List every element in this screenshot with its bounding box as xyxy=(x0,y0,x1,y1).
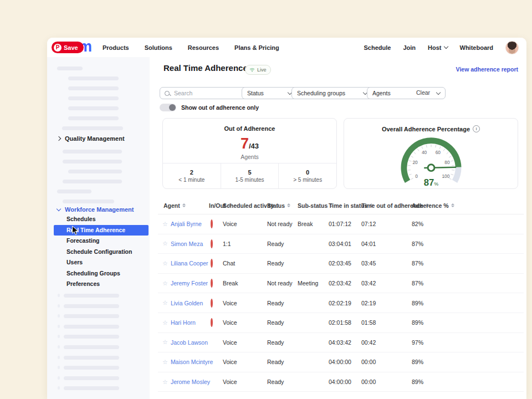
show-out-of-adherence-toggle[interactable] xyxy=(160,104,176,111)
agent-link[interactable]: Jacob Lawson xyxy=(171,339,208,346)
table-row[interactable]: ☆ Jeremy Foster Break Not ready Meeting … xyxy=(158,274,524,294)
skeleton-bar xyxy=(68,96,119,100)
table-row[interactable]: ☆ Anjali Byrne Voice Not ready Break 01:… xyxy=(158,214,524,234)
skeleton-tick xyxy=(58,376,60,380)
column-header-agent[interactable]: Agent xyxy=(163,202,180,209)
adherence-cell: 87% xyxy=(412,241,524,247)
nav-link-host[interactable]: Host xyxy=(428,44,447,51)
agent-link[interactable]: Jerome Mosley xyxy=(171,378,210,385)
star-icon[interactable]: ☆ xyxy=(162,359,168,366)
gauge-tick-label: 0 xyxy=(415,173,418,179)
status-dropdown[interactable]: Status xyxy=(242,87,297,99)
nav-link-schedule[interactable]: Schedule xyxy=(364,44,391,51)
sort-icon[interactable] xyxy=(287,203,290,208)
agent-link[interactable]: Anjali Byrne xyxy=(171,221,202,227)
sidebar-item-scheduling-groups[interactable]: Scheduling Groups xyxy=(47,268,150,279)
star-icon[interactable]: ☆ xyxy=(162,299,168,306)
agent-link[interactable]: Liliana Cooper xyxy=(171,260,208,267)
breakdown-label: < 1 minute xyxy=(178,177,204,183)
nav-link-plans-pricing[interactable]: Plans & Pricing xyxy=(234,44,279,51)
sidebar-item-schedules[interactable]: Schedules xyxy=(47,214,150,225)
star-icon[interactable]: ☆ xyxy=(162,339,168,346)
chevron-right-icon xyxy=(57,136,61,141)
sort-icon[interactable] xyxy=(182,203,186,208)
pinterest-icon: P xyxy=(54,44,62,52)
nav-link-products[interactable]: Products xyxy=(103,44,129,51)
adherence-cell: 82% xyxy=(412,221,524,227)
gauge-tick-label: 100 xyxy=(442,173,449,179)
clear-filters-button[interactable]: Clear xyxy=(416,89,430,96)
table-row[interactable]: ☆ Hari Horn Voice Ready 02:01:58 01:58 8… xyxy=(158,313,524,333)
sidebar-item-users[interactable]: Users xyxy=(47,257,150,268)
column-header-scheduled-activity[interactable]: Scheduled activity xyxy=(223,202,274,209)
sidebar-item-forecasting[interactable]: Forecasting xyxy=(47,236,150,247)
agent-link[interactable]: Livia Golden xyxy=(171,300,203,306)
sidebar-item-workforce-management[interactable]: Workforce Management xyxy=(57,206,134,213)
skeleton-bar xyxy=(63,150,122,154)
nav-link-whiteboard[interactable]: Whiteboard xyxy=(460,44,494,51)
wifi-icon xyxy=(249,68,255,72)
agent-link[interactable]: Maison Mcintyre xyxy=(171,359,213,365)
table-row[interactable]: ☆ Maison Mcintyre Voice Ready 04:00:00 0… xyxy=(158,352,524,372)
scheduled-activity-cell: Chat xyxy=(223,260,267,267)
time-in-status-cell: 02:03:45 xyxy=(329,260,361,267)
out-of-adherence-dot xyxy=(211,239,213,248)
out-of-adherence-dot xyxy=(211,259,213,268)
agent-link[interactable]: Hari Horn xyxy=(171,319,196,326)
star-icon[interactable]: ☆ xyxy=(162,319,168,326)
time-in-status-cell: 02:03:42 xyxy=(329,280,361,287)
column-header-sub-status[interactable]: Sub-status xyxy=(298,202,328,209)
agent-link[interactable]: Jeremy Foster xyxy=(171,280,208,287)
nav-link-resources[interactable]: Resources xyxy=(188,44,219,51)
skeleton-tick xyxy=(58,386,60,390)
star-icon[interactable]: ☆ xyxy=(162,378,168,386)
sort-icon[interactable] xyxy=(451,203,454,208)
table-row[interactable]: ☆ Jacob Lawson Voice Ready 04:03:42 00:4… xyxy=(158,333,524,353)
time-in-status-cell: 02:01:58 xyxy=(329,319,361,326)
column-header-status[interactable]: Status xyxy=(267,202,285,209)
time-in-status-cell: 03:04:01 xyxy=(329,241,361,247)
nav-link-solutions[interactable]: Solutions xyxy=(145,44,172,51)
breakdown-label: 1-5 minutes xyxy=(235,177,264,183)
status-cell: Ready xyxy=(267,260,298,267)
live-badge: Live xyxy=(245,65,271,75)
pinterest-save-label: Save xyxy=(64,44,78,51)
table-row[interactable]: ☆ Livia Golden Voice Ready 02:02:19 02:1… xyxy=(158,293,524,313)
scheduling-groups-dropdown[interactable]: Scheduling groups xyxy=(291,87,372,99)
breakdown-cell: 0 > 5 minutes xyxy=(278,163,336,188)
star-icon[interactable]: ☆ xyxy=(162,240,168,247)
mouse-cursor-icon xyxy=(71,226,79,236)
view-adherence-report-link[interactable]: View adherence report xyxy=(456,66,518,73)
sidebar-item-real-time-adherence[interactable]: Real Time Adherence xyxy=(54,225,149,236)
time-out-of-adherence-cell: 00:00 xyxy=(361,359,412,365)
toggle-row: Show out of adherence only xyxy=(160,104,259,111)
skeleton-bar xyxy=(63,160,122,163)
scheduled-activity-cell: Break xyxy=(223,280,267,287)
status-cell: Not ready xyxy=(267,280,298,287)
sidebar-item-schedule-configuration[interactable]: Schedule Configuration xyxy=(47,247,150,258)
out-of-adherence-dot xyxy=(211,219,213,228)
table-header-row: Agent In/Out Scheduled activity Status S… xyxy=(158,197,524,214)
table-row[interactable]: ☆ Liliana Cooper Chat Ready 02:03:45 03:… xyxy=(158,254,524,274)
skeleton-bar xyxy=(64,314,119,318)
table-row[interactable]: ☆ Simon Meza 1:1 Ready 03:04:01 04:01 87… xyxy=(158,234,524,254)
sidebar-item-quality-management[interactable]: Quality Management xyxy=(57,135,125,142)
skeleton-bar xyxy=(63,200,114,203)
time-out-of-adherence-cell: 00:00 xyxy=(361,378,412,385)
avatar[interactable] xyxy=(505,41,519,54)
table-row[interactable]: ☆ Jerome Mosley Voice Ready 04:00:00 00:… xyxy=(158,372,524,392)
search-input[interactable] xyxy=(173,89,242,97)
column-header-adherence[interactable]: Adherence % xyxy=(412,202,449,209)
table-row[interactable]: ☆ Reggie Pearson Voice Ready 03:30:00 00… xyxy=(158,392,524,399)
star-icon[interactable]: ☆ xyxy=(162,280,168,287)
page-title: Real Time Adherence xyxy=(163,63,248,73)
pinterest-save-button[interactable]: P Save xyxy=(52,42,84,53)
status-cell: Ready xyxy=(267,339,298,346)
agents-dropdown[interactable]: Agents xyxy=(367,87,446,99)
agent-link[interactable]: Simon Meza xyxy=(171,241,203,247)
sidebar-item-preferences[interactable]: Preferences xyxy=(47,279,150,290)
nav-link-join[interactable]: Join xyxy=(403,44,416,51)
time-out-of-adherence-cell: 00:42 xyxy=(361,339,412,346)
star-icon[interactable]: ☆ xyxy=(162,260,168,267)
star-icon[interactable]: ☆ xyxy=(162,221,168,228)
